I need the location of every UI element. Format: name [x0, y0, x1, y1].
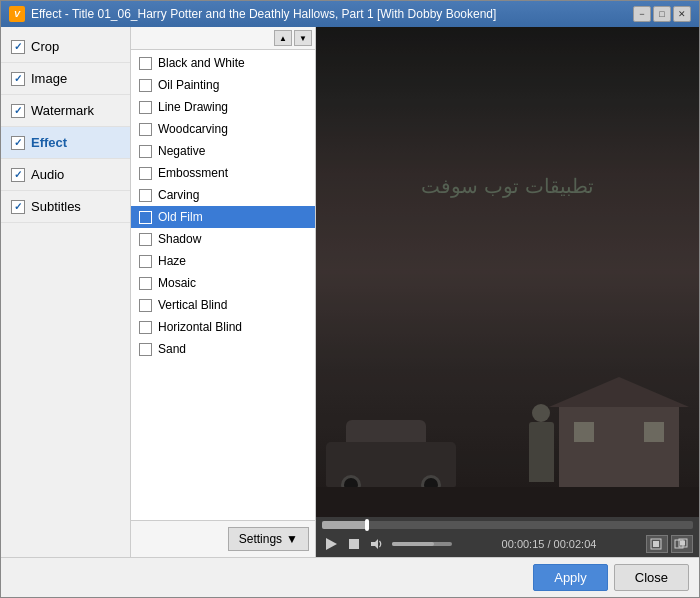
effect-checkbox-vertical-blind[interactable]	[139, 299, 152, 312]
effect-checkbox-black-white[interactable]	[139, 57, 152, 70]
frame-double-button[interactable]	[671, 535, 693, 553]
effect-item-old-film[interactable]: Old Film	[131, 206, 315, 228]
effect-checkbox-woodcarving[interactable]	[139, 123, 152, 136]
effect-checkbox-mosaic[interactable]	[139, 277, 152, 290]
bottom-bar: Apply Close	[1, 557, 699, 597]
effect-item-carving[interactable]: Carving	[131, 184, 315, 206]
effect-checkbox-embossment[interactable]	[139, 167, 152, 180]
effect-item-black-white[interactable]: Black and White	[131, 52, 315, 74]
sidebar-label-subtitles: Subtitles	[31, 199, 81, 214]
effect-item-shadow[interactable]: Shadow	[131, 228, 315, 250]
sidebar: Crop Image Watermark Effect Audio Subtit…	[1, 27, 131, 557]
effect-checkbox-line-drawing[interactable]	[139, 101, 152, 114]
sepia-overlay	[316, 27, 699, 517]
effect-label-carving: Carving	[158, 188, 199, 202]
effect-label-oil-painting: Oil Painting	[158, 78, 219, 92]
sidebar-label-image: Image	[31, 71, 67, 86]
effect-item-mosaic[interactable]: Mosaic	[131, 272, 315, 294]
close-button[interactable]: ✕	[673, 6, 691, 22]
titlebar: V Effect - Title 01_06_Harry Potter and …	[1, 1, 699, 27]
effect-item-horizontal-blind[interactable]: Horizontal Blind	[131, 316, 315, 338]
titlebar-controls: − □ ✕	[633, 6, 691, 22]
video-panel: تطبيقات توب سوفت	[316, 27, 699, 557]
stop-button[interactable]	[346, 536, 362, 552]
sidebar-checkbox-effect[interactable]	[11, 136, 25, 150]
svg-marker-0	[326, 538, 337, 550]
list-header: ▲ ▼	[131, 27, 315, 50]
sidebar-item-effect[interactable]: Effect	[1, 127, 130, 159]
effect-label-sand: Sand	[158, 342, 186, 356]
frame-single-button[interactable]	[646, 535, 668, 553]
list-nav-up-button[interactable]: ▲	[274, 30, 292, 46]
svg-marker-2	[371, 539, 378, 549]
sidebar-item-watermark[interactable]: Watermark	[1, 95, 130, 127]
effect-item-embossment[interactable]: Embossment	[131, 162, 315, 184]
effect-item-vertical-blind[interactable]: Vertical Blind	[131, 294, 315, 316]
maximize-button[interactable]: □	[653, 6, 671, 22]
effect-item-oil-painting[interactable]: Oil Painting	[131, 74, 315, 96]
effect-label-vertical-blind: Vertical Blind	[158, 298, 227, 312]
sidebar-checkbox-audio[interactable]	[11, 168, 25, 182]
close-button-footer[interactable]: Close	[614, 564, 689, 591]
effect-item-sand[interactable]: Sand	[131, 338, 315, 360]
video-area: تطبيقات توب سوفت	[316, 27, 699, 517]
sidebar-item-crop[interactable]: Crop	[1, 31, 130, 63]
effect-item-woodcarving[interactable]: Woodcarving	[131, 118, 315, 140]
content-area: Crop Image Watermark Effect Audio Subtit…	[1, 27, 699, 557]
sidebar-label-watermark: Watermark	[31, 103, 94, 118]
effect-checkbox-old-film[interactable]	[139, 211, 152, 224]
video-controls: 00:00:15 / 00:02:04	[316, 517, 699, 557]
svg-rect-4	[653, 541, 659, 547]
volume-icon	[370, 538, 384, 550]
controls-row: 00:00:15 / 00:02:04	[322, 535, 693, 553]
effect-item-line-drawing[interactable]: Line Drawing	[131, 96, 315, 118]
effect-checkbox-sand[interactable]	[139, 343, 152, 356]
sidebar-item-image[interactable]: Image	[1, 63, 130, 95]
sidebar-checkbox-crop[interactable]	[11, 40, 25, 54]
sidebar-checkbox-watermark[interactable]	[11, 104, 25, 118]
sidebar-label-crop: Crop	[31, 39, 59, 54]
sidebar-item-subtitles[interactable]: Subtitles	[1, 191, 130, 223]
minimize-button[interactable]: −	[633, 6, 651, 22]
sidebar-checkbox-subtitles[interactable]	[11, 200, 25, 214]
effect-label-haze: Haze	[158, 254, 186, 268]
effect-item-haze[interactable]: Haze	[131, 250, 315, 272]
middle-footer: Settings ▼	[131, 520, 315, 557]
settings-button[interactable]: Settings ▼	[228, 527, 309, 551]
progress-handle[interactable]	[365, 519, 369, 531]
progress-bar[interactable]	[322, 521, 693, 529]
effect-label-black-white: Black and White	[158, 56, 245, 70]
sidebar-label-effect: Effect	[31, 135, 67, 150]
effect-checkbox-shadow[interactable]	[139, 233, 152, 246]
frame-buttons	[646, 535, 693, 553]
progress-fill	[322, 521, 367, 529]
effect-checkbox-haze[interactable]	[139, 255, 152, 268]
effect-item-negative[interactable]: Negative	[131, 140, 315, 162]
effect-label-line-drawing: Line Drawing	[158, 100, 228, 114]
titlebar-left: V Effect - Title 01_06_Harry Potter and …	[9, 6, 496, 22]
effect-label-woodcarving: Woodcarving	[158, 122, 228, 136]
effect-label-old-film: Old Film	[158, 210, 203, 224]
time-display: 00:00:15 / 00:02:04	[458, 538, 640, 550]
effect-checkbox-carving[interactable]	[139, 189, 152, 202]
sidebar-item-audio[interactable]: Audio	[1, 159, 130, 191]
volume-fill	[392, 542, 434, 546]
arabic-watermark: تطبيقات توب سوفت	[421, 174, 593, 198]
stop-icon	[348, 538, 360, 550]
effect-label-shadow: Shadow	[158, 232, 201, 246]
settings-dropdown-icon: ▼	[286, 532, 298, 546]
effect-checkbox-negative[interactable]	[139, 145, 152, 158]
play-button[interactable]	[322, 535, 340, 553]
effect-label-embossment: Embossment	[158, 166, 228, 180]
frame-double-icon	[674, 538, 690, 550]
volume-slider[interactable]	[392, 542, 452, 546]
list-nav-down-button[interactable]: ▼	[294, 30, 312, 46]
effect-checkbox-horizontal-blind[interactable]	[139, 321, 152, 334]
sidebar-checkbox-image[interactable]	[11, 72, 25, 86]
effect-checkbox-oil-painting[interactable]	[139, 79, 152, 92]
volume-button[interactable]	[368, 536, 386, 552]
apply-button[interactable]: Apply	[533, 564, 608, 591]
effect-label-mosaic: Mosaic	[158, 276, 196, 290]
svg-rect-7	[680, 541, 685, 546]
effects-panel: ▲ ▼ Black and White Oil Painting Line Dr…	[131, 27, 316, 557]
